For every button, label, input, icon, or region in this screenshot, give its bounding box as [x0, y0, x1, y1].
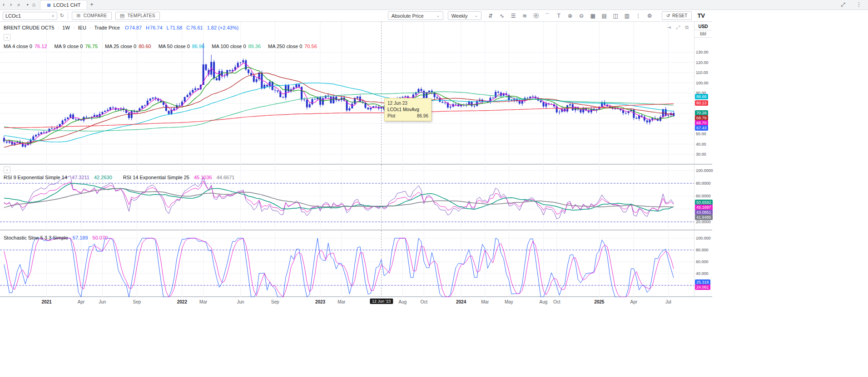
symbol-input[interactable]: LCOc1 [5, 13, 21, 19]
reset-button[interactable]: ↺ RESET [662, 11, 692, 20]
time-axis-label: 2024 [456, 299, 466, 304]
stoch-value: 57.189 [73, 235, 88, 240]
ohlc-h: H76.74 [146, 25, 162, 30]
new-tab-icon[interactable]: + [87, 0, 96, 10]
ma-legend-item[interactable]: MA 4 close 076.12 [4, 44, 47, 49]
text-tool-icon[interactable]: T [554, 11, 564, 20]
line-type-icon[interactable]: ∿ [497, 11, 507, 20]
heatmap-icon[interactable]: ▥ [622, 11, 632, 20]
toolbar-right-group: Absolute Price ⌄ Weekly ⌄ ⇵∿☰≋ⓔ⌒T⊕⊖▦▤◫▥⋮… [383, 11, 709, 20]
settings-icon[interactable]: ⚙ [645, 11, 655, 20]
stochastic-pane: 100.00080.00060.00040.00020.00025.31824.… [0, 230, 712, 297]
screenshot-icon[interactable]: ⧉ [685, 24, 689, 30]
ma-legend-item[interactable]: MA 250 close 070.56 [268, 44, 317, 49]
waves-icon[interactable]: ≋ [520, 11, 530, 20]
time-axis-label: Sep [133, 299, 141, 304]
axis-unit-toggle[interactable]: bbl [694, 30, 712, 38]
stochastic-axis[interactable]: 100.00080.00060.00040.00020.00025.31824.… [694, 230, 712, 296]
data-table-icon[interactable]: ▤ [600, 11, 609, 20]
rsi-axis-label: 80.0000 [696, 181, 711, 186]
back-icon[interactable]: ‹ [0, 0, 7, 10]
popout-icon[interactable]: ⤢ [838, 0, 848, 10]
stochastic-plot[interactable] [0, 230, 694, 297]
stoch-axis-label: 100.000 [696, 236, 711, 240]
compare-icon: ⊞ [76, 13, 81, 19]
chart-toolbar: LCOc1 ⌕ ↻ ⊞ COMPARE ▤ TEMPLATES Absolute… [0, 10, 712, 22]
events-icon[interactable]: ⓔ [531, 11, 541, 20]
reset-icon: ↺ [666, 13, 670, 18]
axis-value-badge: 24.061 [695, 284, 710, 290]
time-axis-label: Jul [665, 299, 671, 304]
tab-lcoc1-cht[interactable]: ▦ LCOc1 CHT [40, 0, 87, 10]
maximize-pane-icon[interactable]: ⤢ [676, 24, 680, 30]
change-value: 1.82 (+2.43%) [207, 25, 238, 30]
rsi-value: 42.2630 [94, 175, 112, 180]
symbol-refresh-icon[interactable]: ↻ [60, 13, 64, 19]
rsi-value: 45.1036 [194, 175, 212, 180]
ma-legend-item[interactable]: MA 9 close 076.75 [55, 44, 98, 49]
compare-button[interactable]: ⊞ COMPARE [72, 12, 111, 20]
toolbar-icon-strip: ⇵∿☰≋ⓔ⌒T⊕⊖▦▤◫▥⋮⚙ [486, 11, 655, 20]
templates-icon: ▤ [120, 13, 125, 19]
forward-icon[interactable]: › [7, 0, 15, 10]
rsi-axis-label: 60.0000 [696, 194, 711, 198]
time-axis-label: Jun [237, 299, 244, 304]
stoch-k-line [4, 238, 674, 297]
tradingview-logo[interactable]: TV [697, 12, 705, 19]
bar-type-icon[interactable]: ⇵ [486, 11, 496, 20]
axis-currency-toggle[interactable]: USD [694, 23, 712, 30]
axis-value-badge: 80.13 [695, 100, 708, 106]
ma-legend-item[interactable]: MA 100 close 089.36 [212, 44, 261, 49]
data-tooltip: 12 Jun 23 LCOc1 MovAvg Plot 86.96 [384, 98, 432, 121]
collapse-pane-button[interactable]: ‹ [4, 34, 10, 41]
more-options-icon[interactable]: ⋮ [634, 11, 643, 20]
chevron-down-icon: ⌄ [475, 14, 478, 18]
scroll-to-recent-icon[interactable]: ⇥ [667, 24, 671, 30]
compare-label: COMPARE [84, 13, 107, 18]
price-mode-value: Absolute Price [392, 13, 424, 19]
time-axis-label: 2022 [177, 299, 187, 304]
chevron-down-icon: ⌄ [436, 14, 440, 18]
rsi-title-1[interactable]: RSI 9 Exponential Simple 14 [4, 175, 67, 180]
rsi-title-2[interactable]: RSI 14 Exponential Simple 25 [123, 175, 189, 180]
price-mode-dropdown[interactable]: Absolute Price ⌄ [388, 11, 443, 20]
time-axis-label: Apr [630, 299, 638, 304]
symbol-legend: BRENT CRUDE OCT5 · 1W · IEU · Trade Pric… [4, 25, 238, 30]
price-axis-label: 130.00 [696, 50, 709, 54]
rsi-axis[interactable]: 100.000080.000060.000040.000020.000050.6… [694, 165, 712, 230]
symbol-search-box[interactable]: LCOc1 ⌕ [3, 12, 57, 20]
search-icon[interactable]: ⌕ [15, 0, 23, 10]
legend-exchange: IEU [78, 25, 86, 30]
app-window: ‹ › ⌕ ▾ ⌂ ▦ LCOc1 CHT + ⤢ ⋮ LCOc1 ⌕ ↻ ⊞ … [0, 0, 868, 377]
stoch-title[interactable]: Stochastic Slow 5 3 3 Simple [4, 235, 68, 240]
ma-legend-item[interactable]: MA 50 close 086.96 [159, 44, 205, 49]
symbol-search-icon[interactable]: ⌕ [52, 13, 55, 19]
interval-value: Weekly [451, 13, 468, 19]
rsi-axis-label: 100.0000 [696, 168, 713, 173]
price-axis[interactable]: 130.00120.00110.00100.0090.0080.0070.006… [694, 22, 712, 164]
symbol-description[interactable]: BRENT CRUDE OCT5 [4, 25, 55, 30]
pane-buttons: ⇥⤢⧉ [667, 24, 689, 30]
stoch-axis-label: 60.000 [696, 259, 709, 264]
axis-value-badge: 67.43 [695, 125, 708, 131]
separator-dot: · [89, 25, 91, 30]
rsi-legend: RSI 9 Exponential Simple 1447.321142.263… [4, 175, 234, 180]
home-icon[interactable]: ⌂ [30, 0, 38, 10]
panel-icon[interactable]: ◫ [611, 11, 620, 20]
zoom-out-icon[interactable]: ⊖ [577, 11, 586, 20]
time-axis[interactable]: 2021AprJunSep2022MarJunSep2023MarAugOct2… [0, 297, 712, 307]
window-menu-icon[interactable]: ⋮ [853, 0, 864, 10]
time-axis-label: 2023 [315, 299, 325, 304]
time-axis-label: 2025 [594, 299, 604, 304]
zoom-in-icon[interactable]: ⊕ [565, 11, 575, 20]
ma-legend-item[interactable]: MA 25 close 080.60 [105, 44, 151, 49]
interval-dropdown[interactable]: Weekly ⌄ [448, 11, 481, 20]
templates-button[interactable]: ▤ TEMPLATES [115, 12, 160, 20]
measure-icon[interactable]: ⌒ [543, 11, 552, 20]
rsi-9-line [4, 176, 674, 219]
ma-legend: MA 4 close 076.12MA 9 close 076.75MA 25 … [4, 44, 317, 49]
collapse-rsi-button[interactable]: ‹ [4, 166, 10, 173]
grid-layout-icon[interactable]: ▦ [588, 11, 598, 20]
indicators-icon[interactable]: ☰ [509, 11, 518, 20]
time-axis-label: Apr [78, 299, 85, 304]
